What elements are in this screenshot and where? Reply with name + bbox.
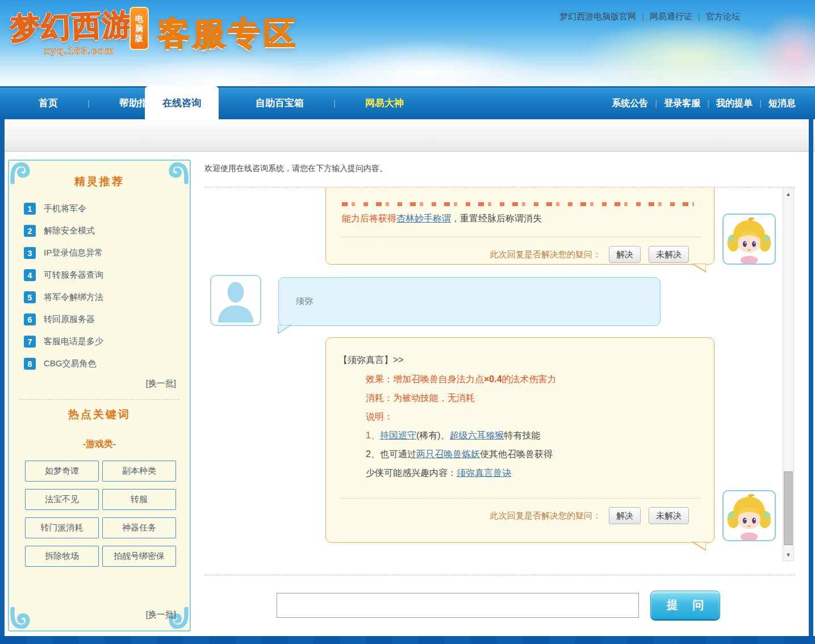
recommend-item-label: 转回原服务器 <box>44 314 95 325</box>
page-title: 客服专区 <box>158 12 299 56</box>
bubble-divider <box>340 237 701 237</box>
item-number-badge: 5 <box>24 291 36 303</box>
recommend-item-label: IP登录信息异常 <box>44 248 103 258</box>
link-chiguo-xunshou[interactable]: 持国巡守 <box>380 430 416 440</box>
item-number-badge: 8 <box>24 358 36 370</box>
link-lianyao[interactable]: 两只召唤兽炼妖 <box>416 449 480 459</box>
recommend-item-8[interactable]: 8CBG交易角色 <box>24 353 183 375</box>
note-label: 说明： <box>366 407 393 426</box>
bubble-tail <box>692 264 706 273</box>
message-text-red: 能力后将获得 <box>342 214 396 223</box>
keyword-button[interactable]: 转门派消耗 <box>25 517 99 538</box>
nav-right-group: 系统公告 | 登录客服 | 我的提单 | 短消息 <box>612 87 796 119</box>
welcome-text: 欢迎使用在线咨询系统，请您在下方输入提问内容。 <box>204 164 387 174</box>
nav-self-service-box[interactable]: 自助百宝箱 <box>256 87 304 119</box>
list-marker: 1、 <box>366 430 380 440</box>
keyword-button[interactable]: 法宝不见 <box>25 489 99 510</box>
link-official-site[interactable]: 梦幻西游电脑版官网 <box>559 11 636 22</box>
message-text: 少侠可能感兴趣内容： <box>366 468 457 478</box>
nav-my-tickets[interactable]: 我的提单 <box>716 87 753 119</box>
recommend-item-4[interactable]: 4可转服务器查询 <box>24 264 183 286</box>
item-number-badge: 1 <box>24 203 36 215</box>
fairy-avatar-icon <box>724 491 775 540</box>
feedback-row: 此次回复是否解决您的疑问： 解决 未解决 <box>490 246 689 263</box>
recommend-title: 精灵推荐 <box>9 174 190 189</box>
bot-message-bubble: 【须弥真言】>> 效果：增加召唤兽自身法力点×0.4的法术伤害力 消耗：为被动技… <box>325 337 714 543</box>
recommend-item-6[interactable]: 6转回原服务器 <box>24 308 183 331</box>
note-item-1: 1、持国巡守(稀有)、超级六耳猕猴特有技能 <box>366 426 541 445</box>
header-banner: 梦幻西游 xyq.163.com 电 脑 版 客服专区 梦幻西游电脑版官网 | … <box>0 0 815 86</box>
nav-login-service[interactable]: 登录客服 <box>664 87 700 119</box>
recommend-item-7[interactable]: 7客服电话是多少 <box>24 331 183 353</box>
keywords-refresh-link[interactable]: [换一批] <box>146 609 176 620</box>
keyword-button[interactable]: 如梦奇谭 <box>25 461 99 482</box>
nav-separator: | <box>87 87 90 119</box>
unresolved-button[interactable]: 未解决 <box>649 507 689 524</box>
hot-keywords-title: 热点关键词 <box>9 407 190 422</box>
bot-message-text: 能力后将获得杏林妙手称谓，重置经脉后称谓消失 <box>342 209 542 228</box>
item-number-badge: 3 <box>24 247 36 259</box>
message-value: ×0.4 <box>484 374 502 384</box>
footer-bar <box>0 636 815 644</box>
note-item-2: 2、也可通过两只召唤兽炼妖使其他召唤兽获得 <box>366 445 553 463</box>
right-page-border <box>809 119 813 636</box>
keywords-category-label: -游戏类- <box>9 438 190 450</box>
keyword-button[interactable]: 副本种类 <box>102 461 176 482</box>
recommend-item-label: 解除安全模式 <box>44 225 95 236</box>
composer-divider <box>204 575 795 575</box>
effect-line: 效果：增加召唤兽自身法力点×0.4的法术伤害力 <box>366 370 557 388</box>
recommend-item-label: CBG交易角色 <box>44 358 97 369</box>
bot-avatar <box>722 214 776 265</box>
item-number-badge: 7 <box>24 336 36 348</box>
nav-system-announcement[interactable]: 系统公告 <box>612 87 648 119</box>
related-content-line: 少侠可能感兴趣内容：须弥真言兽诀 <box>366 463 511 482</box>
feedback-question: 此次回复是否解决您的疑问： <box>490 249 601 260</box>
left-page-border <box>0 119 5 636</box>
recommend-item-label: 手机将军令 <box>44 203 86 214</box>
resolved-button[interactable]: 解决 <box>609 246 641 263</box>
keyword-button[interactable]: 转服 <box>102 489 176 510</box>
scroll-down-arrow[interactable]: ▼ <box>783 550 793 559</box>
user-message-text: 须弥 <box>296 296 313 307</box>
question-input[interactable] <box>277 593 639 618</box>
keyword-button[interactable]: 神器任务 <box>102 517 176 538</box>
scroll-up-arrow[interactable]: ▲ <box>783 190 793 199</box>
brand-logo[interactable]: 梦幻西游 <box>10 5 133 48</box>
recommend-item-3[interactable]: 3IP登录信息异常 <box>24 242 183 264</box>
feedback-question: 此次回复是否解决您的疑问： <box>490 511 601 521</box>
bubble-tail <box>278 325 291 334</box>
tab-online-consult-active[interactable]: 在线咨询 <box>145 86 219 120</box>
link-separator: | <box>642 12 644 22</box>
keyword-button[interactable]: 拆除牧场 <box>25 546 99 567</box>
recommend-refresh-link[interactable]: [换一批] <box>146 378 176 389</box>
link-official-forum[interactable]: 官方论坛 <box>706 11 740 22</box>
recommend-item-5[interactable]: 5将军令解绑方法 <box>24 286 183 308</box>
nav-left-group: 首页 | 帮助指引 在线咨询 自助百宝箱 | 网易大神 <box>24 87 419 119</box>
link-netease-passport[interactable]: 网易通行证 <box>650 11 692 22</box>
keyword-button[interactable]: 拍靓号绑密保 <box>102 546 176 567</box>
recommend-item-2[interactable]: 2解除安全模式 <box>24 220 183 242</box>
nav-short-messages[interactable]: 短消息 <box>768 87 796 119</box>
ask-button[interactable]: 提 问 <box>650 591 720 619</box>
badge-char: 版 <box>135 34 143 43</box>
link-xumi-zhenyan-shoujue[interactable]: 须弥真言兽诀 <box>457 468 511 478</box>
nav-netease-dashen[interactable]: 网易大神 <box>365 87 404 119</box>
item-number-badge: 2 <box>24 225 36 237</box>
link-xinglin-miaoshou-title[interactable]: 杏林妙手称谓 <box>396 214 451 223</box>
cost-line: 消耗：为被动技能，无消耗 <box>366 388 475 407</box>
link-super-liuer-mihou[interactable]: 超级六耳猕猴 <box>450 430 504 440</box>
nav-home[interactable]: 首页 <box>39 87 58 119</box>
scrollbar-thumb[interactable] <box>784 471 793 545</box>
recommend-item-1[interactable]: 1手机将军令 <box>24 198 183 220</box>
chat-scrollbar[interactable]: ▲ ▼ <box>783 188 794 561</box>
resolved-button[interactable]: 解决 <box>609 507 641 524</box>
recommend-item-label: 客服电话是多少 <box>44 336 103 347</box>
item-number-badge: 4 <box>24 269 36 281</box>
chat-history-viewport[interactable]: 能力后将获得杏林妙手称谓，重置经脉后称谓消失 此次回复是否解决您的疑问： 解决 … <box>204 187 795 575</box>
item-number-badge: 6 <box>24 313 36 325</box>
recommend-item-label: 将军令解绑方法 <box>44 292 103 303</box>
unresolved-button[interactable]: 未解决 <box>649 246 689 263</box>
fairy-avatar-icon <box>724 215 775 264</box>
brand-site-url: xyq.163.com <box>44 45 115 57</box>
badge-char: 脑 <box>135 24 143 34</box>
